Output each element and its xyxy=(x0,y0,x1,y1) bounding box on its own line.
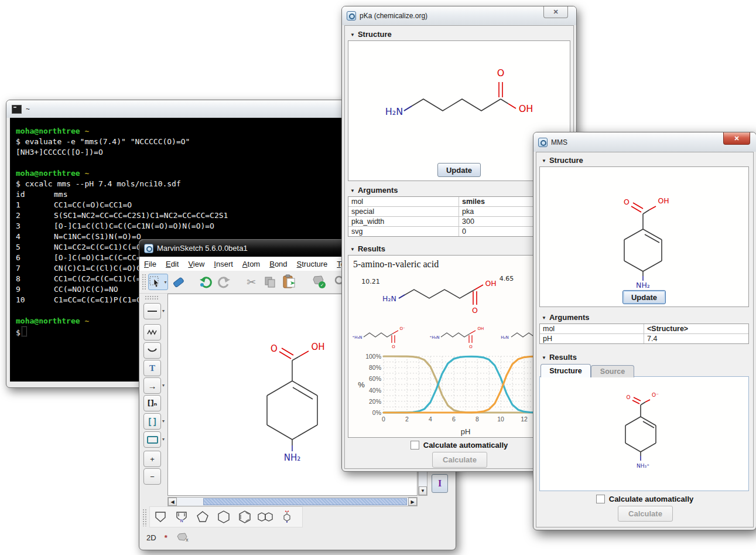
mms-calc-auto-checkbox[interactable] xyxy=(596,495,605,503)
zoom-in-button[interactable]: + xyxy=(143,451,161,467)
svg-text:NH₂: NH₂ xyxy=(284,452,301,463)
microspecies-cation: ⁺H₃N OH O xyxy=(427,321,496,352)
scroll-down-button[interactable]: ▼ xyxy=(419,486,427,495)
terminal-titlebar[interactable]: ~ xyxy=(6,100,346,118)
paste-button[interactable] xyxy=(280,274,299,290)
mms-calculate-button[interactable]: Calculate xyxy=(618,506,673,522)
text-tool-button[interactable]: T xyxy=(143,360,161,376)
svg-text:0: 0 xyxy=(382,416,385,423)
template-pyrrole[interactable]: N xyxy=(171,508,192,526)
chevron-down-icon[interactable]: ▾ xyxy=(162,383,165,388)
mms-update-button[interactable]: Update xyxy=(622,290,666,304)
cut-button[interactable]: ✂ xyxy=(243,274,259,290)
mms-close-button[interactable]: ✕ xyxy=(723,132,750,145)
pka-arguments-section-header[interactable]: ▼Arguments xyxy=(350,186,398,195)
paste-icon xyxy=(282,274,298,290)
template-cyclopentane[interactable] xyxy=(192,508,213,526)
svg-text:0%: 0% xyxy=(372,409,381,416)
select-tool-button[interactable]: ▾ xyxy=(148,274,168,290)
pka-calc-auto-checkbox[interactable] xyxy=(411,441,419,450)
arg-value[interactable]: 7.4 xyxy=(644,334,748,343)
table-row: pH7.4 xyxy=(540,334,748,343)
arc-tool-button[interactable] xyxy=(143,342,161,359)
marvin-title: MarvinSketch 5.6.0.0beta1 xyxy=(157,244,248,253)
bond-tool-button[interactable] xyxy=(143,303,161,319)
undo-icon xyxy=(199,275,213,289)
pka-calculate-button[interactable]: Calculate xyxy=(432,452,487,468)
scroll-right-button[interactable]: ▶ xyxy=(408,498,417,506)
menu-structure[interactable]: Structure xyxy=(292,260,333,268)
pka-structure-section-header[interactable]: ▼Structure xyxy=(350,30,392,39)
arg-name: pka_width xyxy=(348,217,459,226)
mms-structure-molecule: O OH NH₂ xyxy=(540,167,747,305)
eraser-button[interactable] xyxy=(170,274,187,290)
copy-icon xyxy=(263,275,277,289)
collapse-icon: ▼ xyxy=(542,315,546,321)
repeat-group-tool-button[interactable]: []ₙ xyxy=(143,395,161,411)
svg-text:O: O xyxy=(626,394,630,400)
table-header: idmms xyxy=(16,189,341,200)
menu-edit[interactable]: Edit xyxy=(161,260,183,268)
table-row: 1CC1=CC(=O)C=CC1=O xyxy=(16,200,341,210)
mms-calc-auto-row: Calculate automatically xyxy=(533,495,756,503)
tab-source[interactable]: Source xyxy=(591,365,634,377)
chain-tool-button[interactable] xyxy=(143,324,161,341)
pka-close-button[interactable]: ✕ xyxy=(543,6,568,18)
marquee-select-icon xyxy=(149,275,163,288)
insert-text-button[interactable]: I xyxy=(432,474,448,493)
left-toolbar-grippy[interactable] xyxy=(145,295,159,300)
template-naphthalene[interactable] xyxy=(255,508,276,526)
template-cyclohexane[interactable] xyxy=(213,508,234,526)
copy-button[interactable] xyxy=(262,274,278,290)
pka-update-button[interactable]: Update xyxy=(437,163,481,177)
chevron-down-icon[interactable]: ▾ xyxy=(162,418,165,424)
cyclohexane-icon xyxy=(216,510,231,524)
cyclopentadiene-icon xyxy=(153,510,168,524)
custom-template-icon xyxy=(279,509,295,525)
mms-results-section-header[interactable]: ▼Results xyxy=(542,353,577,362)
bracket-tool-button[interactable]: [ ] xyxy=(143,413,161,430)
chevron-down-icon[interactable]: ▾ xyxy=(162,308,165,314)
dimension-indicator[interactable]: 2D xyxy=(146,533,156,542)
rectangle-tool-button[interactable] xyxy=(143,431,161,448)
menu-insert[interactable]: Insert xyxy=(209,260,238,268)
menu-file[interactable]: File xyxy=(139,260,161,268)
menu-bond[interactable]: Bond xyxy=(265,260,292,268)
horizontal-scrollbar-thumb[interactable] xyxy=(203,498,407,505)
toolbar-grippy[interactable] xyxy=(142,274,146,290)
svg-text:8: 8 xyxy=(476,416,479,423)
table-row: mol<Structure> xyxy=(540,324,748,334)
mms-arguments-section-header[interactable]: ▼Arguments xyxy=(542,313,590,322)
menu-view[interactable]: View xyxy=(183,260,209,268)
mms-structure-panel[interactable]: O OH NH₂ Update xyxy=(539,166,749,307)
template-cyclopentadiene[interactable] xyxy=(150,508,171,526)
svg-text:NH₃⁺: NH₃⁺ xyxy=(637,463,649,469)
tab-structure[interactable]: Structure xyxy=(541,364,591,377)
mms-app-icon xyxy=(538,138,548,147)
arrow-tool-button[interactable]: → xyxy=(143,377,161,394)
svg-text:O: O xyxy=(472,306,478,315)
arg-name: mol xyxy=(348,197,459,206)
template-custom-molecule[interactable] xyxy=(276,508,297,526)
template-benzene[interactable] xyxy=(234,508,255,526)
svg-text:O⁻: O⁻ xyxy=(652,392,659,398)
svg-text:O: O xyxy=(271,343,278,354)
menu-atom[interactable]: Atom xyxy=(238,260,265,268)
redo-button[interactable] xyxy=(216,274,232,290)
arg-value[interactable]: <Structure> xyxy=(644,324,748,333)
structure-checker-icon[interactable]: x xyxy=(176,532,189,543)
undo-button[interactable] xyxy=(197,274,214,290)
minus-icon: − xyxy=(150,472,155,481)
pka-results-section-header[interactable]: ▼Results xyxy=(350,244,385,253)
chevron-down-icon[interactable]: ▾ xyxy=(162,437,165,442)
structure-check-icon: ✓ xyxy=(311,274,327,290)
output-line: [NH3+]CCCCC([O-])=O xyxy=(16,147,341,158)
pka-titlebar[interactable]: pKa (chemicalize.org) xyxy=(342,6,576,25)
scroll-left-button[interactable]: ◀ xyxy=(168,498,177,506)
structure-check-button[interactable]: ✓ xyxy=(310,274,329,290)
horizontal-scrollbar[interactable]: ◀ ▶ xyxy=(167,497,418,506)
mms-titlebar[interactable]: MMS xyxy=(533,132,756,152)
template-toolbar-grippy[interactable] xyxy=(142,509,147,526)
mms-structure-section-header[interactable]: ▼Structure xyxy=(542,156,583,165)
zoom-out-button[interactable]: − xyxy=(143,468,161,485)
